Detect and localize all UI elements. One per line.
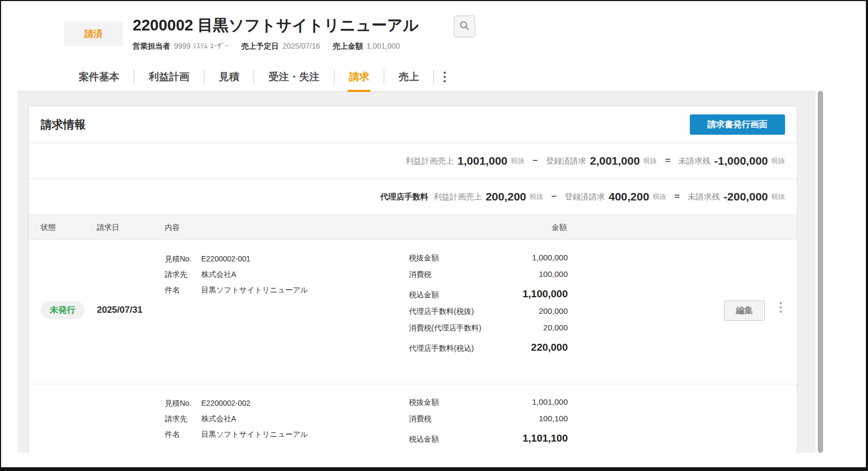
plan-sales-value: 1,001,000 — [458, 155, 507, 167]
amount-tax-excluded: 税抜金額 1,001,000 — [409, 397, 568, 414]
plan-sales-value: 200,200 — [485, 190, 526, 203]
amount-value: 1,100,000 — [522, 288, 568, 300]
invoice-issue-screen-button[interactable]: 請求書発行画面 — [690, 114, 785, 135]
app-window: 請済 2200002 目黒ソフトサイトリニューアル 営業担当者9999 ｼｽﾃﾑ… — [0, 0, 868, 471]
tab-order-lost[interactable]: 受注・失注 — [254, 61, 334, 92]
detail-value: 目黒ソフトサイトリニューアル — [201, 430, 308, 445]
app-viewport: 請済 2200002 目黒ソフトサイトリニューアル 営業担当者9999 ｼｽﾃﾑ… — [18, 1, 816, 453]
amount-label: 税抜金額 — [409, 253, 439, 263]
detail-label: 見積No. — [165, 399, 201, 414]
search-button[interactable] — [454, 16, 475, 37]
meta-value: 2025/07/16 — [283, 42, 320, 50]
tabs-kebab-menu-icon[interactable] — [434, 61, 453, 92]
content-background: 請求情報 請求書発行画面 利益計画売上 1,001,000 税抜 − 登録済請求… — [18, 92, 816, 453]
agency-fee-label: 代理店手数料 — [380, 192, 428, 202]
equals-operator: = — [674, 191, 680, 202]
registered-billing-value: 2,001,000 — [590, 155, 639, 167]
detail-bill-to: 請求先 株式会社A — [165, 414, 308, 430]
meta-label: 営業担当者 — [133, 42, 170, 50]
unbilled-remainder-value: -200,000 — [724, 190, 768, 203]
amount-value: 1,000,000 — [532, 253, 568, 262]
tax-excluded-label: 税抜 — [771, 156, 785, 166]
meta-sales-rep: 営業担当者9999 ｼｽﾃﾑ ﾕｰｻﾞｰ — [133, 42, 229, 51]
plan-sales-label: 利益計画売上 — [406, 156, 454, 166]
tab-billing[interactable]: 請求 — [334, 61, 384, 92]
deal-tabs: 案件基本 利益計画 見積 受注・失注 請求 売上 — [64, 61, 453, 92]
meta-value: 9999 ｼｽﾃﾑ ﾕｰｻﾞｰ — [174, 42, 229, 50]
amount-label: 代理店手数料(税抜) — [409, 307, 474, 316]
amount-tax-included: 税込金額 1,100,000 — [409, 286, 568, 306]
registered-billing-label: 登録済請求 — [546, 156, 586, 166]
detail-label: 件名 — [165, 430, 201, 445]
unbilled-remainder-label: 未請求残 — [688, 192, 720, 202]
meta-value: 1,001,000 — [367, 42, 400, 50]
deal-header: 請済 2200002 目黒ソフトサイトリニューアル 営業担当者9999 ｼｽﾃﾑ… — [18, 1, 816, 92]
amount-tax-excluded: 税抜金額 1,000,000 — [409, 253, 568, 269]
amount-label: 税込金額 — [409, 290, 439, 300]
tab-quote[interactable]: 見積 — [204, 61, 254, 92]
amount-label: 税込金額 — [409, 435, 439, 444]
invoice-row: 見積No. E2200002-002 請求先 株式会社A 件名 目黒ソフトサイト… — [29, 384, 797, 453]
deal-meta: 営業担当者9999 ｼｽﾃﾑ ﾕｰｻﾞｰ 売上予定日2025/07/16 売上金… — [133, 42, 413, 51]
amount-consumption-tax: 消費税 100,000 — [409, 269, 568, 286]
equals-operator: = — [665, 156, 671, 166]
tab-profit-plan[interactable]: 利益計画 — [134, 61, 204, 92]
amount-value: 200,000 — [539, 306, 568, 315]
amount-label: 税抜金額 — [409, 398, 439, 407]
column-amount: 金額 — [552, 223, 567, 233]
tax-excluded-label: 税抜 — [643, 156, 657, 166]
deal-status-badge: 請済 — [64, 21, 123, 46]
meta-expected-sales-date: 売上予定日2025/07/16 — [241, 42, 320, 51]
amount-value: 100,100 — [539, 414, 568, 423]
vertical-scrollbar[interactable] — [818, 91, 823, 453]
agency-fee-summary-row: 代理店手数料 利益計画売上 200,200 税抜 − 登録済請求 400,200… — [29, 179, 797, 214]
column-billing-date: 請求日 — [97, 223, 119, 233]
unbilled-remainder-value: -1,000,000 — [714, 155, 768, 167]
minus-operator: − — [551, 191, 557, 202]
meta-sales-amount: 売上金額1,001,000 — [333, 42, 400, 51]
registered-billing-label: 登録済請求 — [565, 192, 605, 202]
invoice-amounts: 税抜金額 1,001,000 消費税 100,100 税込金額 1,101,10… — [409, 397, 568, 451]
billing-info-panel: 請求情報 請求書発行画面 利益計画売上 1,001,000 税抜 − 登録済請求… — [28, 106, 797, 453]
detail-subject: 件名 目黒ソフトサイトリニューアル — [165, 430, 308, 445]
detail-value: 株式会社A — [201, 270, 236, 285]
tab-sales[interactable]: 売上 — [384, 61, 433, 92]
invoice-amounts: 税抜金額 1,000,000 消費税 100,000 税込金額 1,100,00… — [409, 253, 568, 360]
detail-value: 目黒ソフトサイトリニューアル — [201, 285, 308, 301]
row-kebab-menu-icon[interactable] — [780, 302, 782, 313]
panel-title: 請求情報 — [41, 117, 86, 132]
tab-deal-basic[interactable]: 案件基本 — [64, 61, 134, 92]
amount-label: 消費税 — [409, 414, 431, 424]
billing-summary-row: 利益計画売上 1,001,000 税抜 − 登録済請求 2,001,000 税抜… — [29, 143, 797, 179]
search-icon — [459, 20, 470, 33]
amount-value: 20,000 — [543, 323, 568, 332]
invoice-table-header: 状態 請求日 内容 金額 — [29, 214, 797, 240]
minus-operator: − — [532, 156, 538, 166]
detail-value: 株式会社A — [201, 414, 236, 430]
amount-value: 100,000 — [539, 269, 568, 279]
registered-billing-value: 400,200 — [608, 190, 649, 203]
invoice-row: 未発行 2025/07/31 見積No. E2200002-001 請求先 株式… — [29, 240, 797, 384]
detail-label: 請求先 — [165, 270, 201, 285]
tax-excluded-label: 税抜 — [652, 192, 666, 202]
tax-excluded-label: 税抜 — [529, 192, 543, 202]
panel-header: 請求情報 請求書発行画面 — [29, 106, 797, 143]
tax-excluded-label: 税抜 — [511, 156, 524, 166]
amount-value: 1,101,100 — [522, 433, 568, 444]
edit-button[interactable]: 編集 — [724, 300, 765, 321]
amount-value: 1,001,000 — [532, 397, 568, 406]
detail-value: E2200002-001 — [201, 254, 250, 270]
amount-agency-fee-tax-included: 代理店手数料(税込) 220,000 — [409, 339, 568, 360]
detail-quote-no: 見積No. E2200002-001 — [165, 254, 308, 270]
plan-sales-label: 利益計画売上 — [433, 192, 482, 202]
invoice-details: 見積No. E2200002-001 請求先 株式会社A 件名 目黒ソフトサイト… — [165, 254, 308, 301]
amount-agency-fee-tax: 消費税(代理店手数料) 20,000 — [409, 323, 568, 339]
amount-tax-included: 税込金額 1,101,100 — [409, 430, 568, 451]
detail-label: 見積No. — [165, 254, 201, 270]
detail-subject: 件名 目黒ソフトサイトリニューアル — [165, 285, 308, 301]
status-badge-unissued: 未発行 — [41, 301, 85, 319]
tax-excluded-label: 税抜 — [771, 192, 785, 202]
detail-bill-to: 請求先 株式会社A — [165, 270, 308, 285]
invoice-details: 見積No. E2200002-002 請求先 株式会社A 件名 目黒ソフトサイト… — [165, 399, 308, 445]
meta-label: 売上予定日 — [241, 42, 279, 50]
